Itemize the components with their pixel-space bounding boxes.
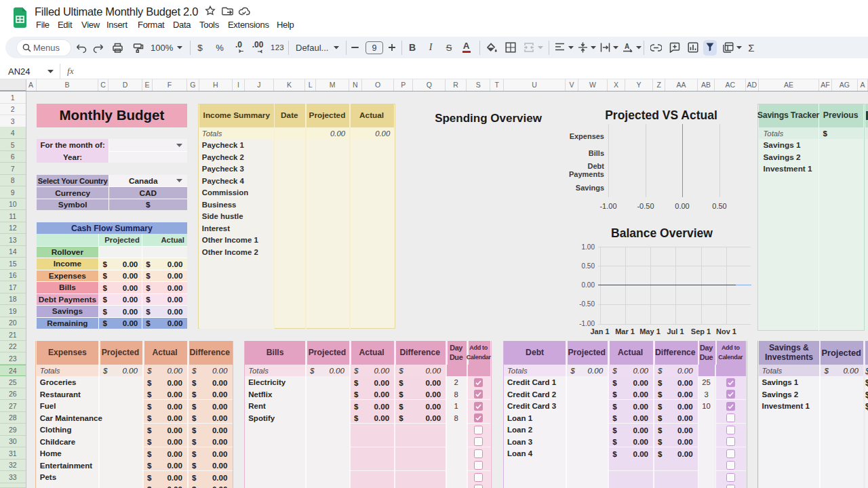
svg-text:A: A bbox=[625, 43, 629, 50]
